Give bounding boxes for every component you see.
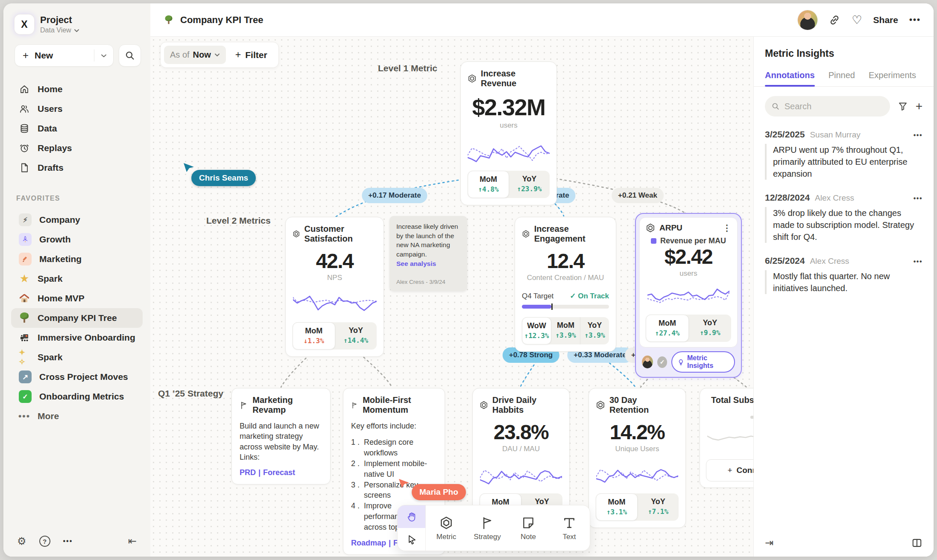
help-icon[interactable]: ? [39, 536, 50, 547]
sidebar-item-more[interactable]: ••• More [11, 406, 143, 426]
metric-card-arpu-selected[interactable]: ARPU ⋮ Revenue per MAU $2.42 users MoM↑2… [635, 213, 742, 378]
sidebar-item-users[interactable]: Users [11, 99, 143, 119]
annotation-note-card[interactable]: Increase likely driven by the launch of … [389, 216, 467, 291]
annotation-menu-icon[interactable]: ••• [914, 258, 922, 265]
filter-button[interactable]: + Filter [228, 49, 275, 61]
workspace-dropdown[interactable]: Data View [40, 26, 79, 34]
more-menu-icon[interactable]: ••• [909, 15, 921, 25]
sidebar-item-onboarding-metrics[interactable]: ✓ Onboarding Metrics [11, 387, 143, 406]
tab-annotations[interactable]: Annotations [765, 70, 815, 86]
series-legend: Revenue per MAU [646, 236, 731, 245]
sidebar-item-growth[interactable]: Growth [11, 230, 143, 249]
tab-experiments[interactable]: Experiments [869, 70, 916, 86]
kpi-tree-canvas[interactable]: As of Now + Filter Level 1 Metric Level … [150, 37, 753, 557]
strategy-tool-icon [480, 516, 494, 530]
collapse-panel-icon[interactable]: ⇥ [765, 537, 773, 549]
share-button[interactable]: Share [873, 15, 898, 25]
new-dropdown-button[interactable] [94, 54, 113, 58]
badge-yoy[interactable]: YoY↑3.9% [580, 317, 609, 344]
badge-yoy[interactable]: YoY↑14.4% [335, 322, 377, 350]
sidebar-item-marketing[interactable]: Marketing [11, 249, 143, 269]
metric-card-increase-revenue[interactable]: Increase Revenue $2.32M users MoM↑4.8% Y… [460, 61, 557, 205]
annotation-author: Alex Cress [815, 193, 854, 203]
metric-card-increase-engagement[interactable]: Increase Engagement 12.4 Content Creatio… [515, 217, 616, 352]
collapse-sidebar-icon[interactable]: ⇤ [128, 535, 137, 547]
filter-funnel-icon[interactable] [898, 101, 908, 111]
prd-link[interactable]: PRD [240, 468, 256, 477]
see-analysis-link[interactable]: See analysis [396, 260, 460, 268]
sidebar-item-spark-2[interactable]: ✦ ✧ Spark [11, 347, 143, 367]
sidebar-item-spark[interactable]: ★ Spark [11, 269, 143, 289]
sidebar-search-button[interactable] [119, 44, 141, 67]
sidebar-item-drafts[interactable]: Drafts [11, 158, 143, 178]
more-options-icon[interactable]: ••• [63, 537, 73, 545]
sidebar-item-company-kpi-tree[interactable]: Company KPI Tree [11, 308, 143, 328]
new-button[interactable]: + New [15, 44, 114, 67]
card-menu-icon[interactable]: ⋮ [723, 223, 731, 233]
forecast-link[interactable]: Forecast [263, 468, 295, 477]
settings-gear-icon[interactable]: ⚙ [17, 535, 26, 547]
connect-data-button[interactable]: +Connect [706, 459, 753, 481]
database-icon [19, 123, 30, 134]
badge-wow[interactable]: WoW↑12.3% [522, 317, 551, 344]
sidebar-item-label: Drafts [38, 163, 64, 173]
metric-insights-chip[interactable]: Metric Insights [671, 351, 735, 373]
tool-strategy[interactable]: Strategy [467, 505, 508, 551]
favorite-heart-icon[interactable]: ♡ [852, 13, 862, 27]
badge-mom[interactable]: MoM↑3.1% [596, 493, 638, 521]
tool-note[interactable]: Note [508, 505, 549, 551]
sidebar-item-label: More [38, 411, 59, 421]
sidebar-item-data[interactable]: Data [11, 119, 143, 138]
copy-link-icon[interactable] [829, 14, 840, 26]
hand-tool-button[interactable] [398, 505, 425, 528]
project-switcher[interactable]: X Project Data View [3, 3, 150, 34]
tab-pinned[interactable]: Pinned [829, 70, 855, 86]
metric-unit: users [468, 121, 550, 130]
sidebar-item-replays[interactable]: Replays [11, 138, 143, 158]
annotations-search[interactable] [765, 96, 890, 117]
legend-swatch [651, 238, 656, 244]
split-view-icon[interactable] [911, 537, 922, 548]
tool-metric[interactable]: Metric [426, 505, 467, 551]
search-input[interactable] [785, 102, 883, 111]
correlation-badge[interactable]: +0.17 Moderate [362, 188, 427, 203]
badge-yoy[interactable]: YoY↑23.9% [509, 171, 550, 198]
chevron-down-icon [101, 54, 107, 58]
add-annotation-icon[interactable]: + [916, 99, 922, 113]
sidebar-item-label: Company [39, 215, 80, 225]
badge-mom[interactable]: MoM↑3.9% [551, 317, 580, 344]
user-avatar[interactable] [798, 10, 817, 30]
sparkline-chart [596, 458, 678, 490]
sidebar-item-home[interactable]: Home [11, 79, 143, 99]
correlation-badge[interactable]: +0.21 Weak [612, 188, 664, 203]
select-tool-button[interactable] [398, 528, 425, 551]
annotation-menu-icon[interactable]: ••• [914, 195, 922, 202]
sidebar-item-label: Cross Project Moves [39, 372, 128, 382]
metric-value: 12.4 [522, 251, 609, 272]
sidebar-item-home-mvp[interactable]: Home MVP [11, 289, 143, 308]
badge-yoy[interactable]: YoY↑9.9% [689, 315, 731, 342]
annotation-entry[interactable]: 3/25/2025 Susan Murray ••• ARPU went up … [765, 129, 922, 180]
strategy-body: Build and launch a new marketing strateg… [240, 421, 322, 462]
annotation-entry[interactable]: 12/28/2024 Alex Cress ••• 3% drop likely… [765, 192, 922, 243]
metric-card-total-subscriptions[interactable]: Total Subscriptions +Connect [700, 388, 753, 488]
roadmap-link[interactable]: Roadmap [351, 539, 386, 547]
annotation-entry[interactable]: 6/25/2024 Alex Cress ••• Mostly flat thi… [765, 256, 922, 294]
badge-mom[interactable]: MoM↑27.4% [646, 315, 689, 342]
sidebar-item-immersive-onboarding[interactable]: Immersive Onboarding [11, 328, 143, 347]
plus-icon: + [235, 49, 241, 61]
metric-card-customer-satisfaction[interactable]: Customer Satisfaction 42.4 NPS MoM↓1.3% … [285, 217, 384, 357]
as-of-dropdown[interactable]: As of Now [164, 46, 226, 64]
sidebar-item-company[interactable]: ⚡︎ Company [11, 210, 143, 230]
target-label: Q4 Target [522, 292, 553, 300]
placeholder-sparkline [707, 425, 753, 446]
note-tool-icon [521, 516, 535, 530]
badge-mom[interactable]: MoM↓1.3% [293, 322, 335, 350]
metric-card-30-day-retention[interactable]: 30 Day Retention 14.2% Unique Users MoM↑… [589, 388, 686, 528]
sidebar-item-cross-project-moves[interactable]: ↗ Cross Project Moves [11, 367, 143, 387]
badge-mom[interactable]: MoM↑4.8% [468, 171, 509, 198]
tool-text[interactable]: Text [549, 505, 590, 551]
annotation-menu-icon[interactable]: ••• [914, 131, 922, 139]
badge-yoy[interactable]: YoY↑7.1% [638, 493, 679, 521]
strategy-card-marketing-revamp[interactable]: Marketing Revamp Build and launch a new … [231, 388, 331, 484]
